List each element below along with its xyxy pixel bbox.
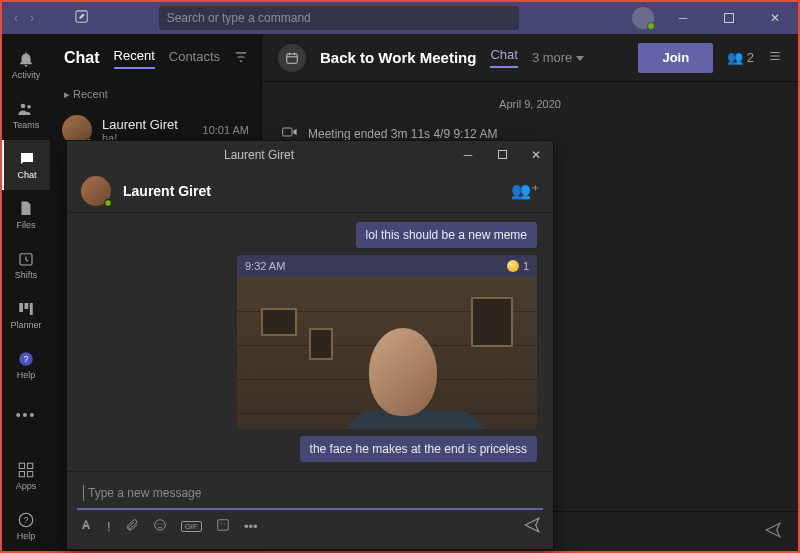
svg-point-24 bbox=[224, 523, 225, 524]
filter-icon[interactable] bbox=[234, 50, 248, 67]
svg-rect-17 bbox=[283, 128, 292, 136]
rail-help-bottom[interactable]: ? Help bbox=[2, 501, 50, 551]
media-message[interactable]: 9:32 AM 1 bbox=[237, 255, 537, 429]
send-icon[interactable] bbox=[523, 516, 541, 537]
more-icon[interactable]: ••• bbox=[244, 519, 258, 534]
urgent-icon[interactable]: ! bbox=[107, 519, 111, 534]
popout-title: Laurent Giret bbox=[67, 148, 451, 162]
sent-bubble[interactable]: the face he makes at the end is priceles… bbox=[300, 436, 537, 462]
group-recent[interactable]: ▸ Recent bbox=[50, 82, 261, 107]
video-icon bbox=[282, 126, 298, 141]
svg-rect-12 bbox=[19, 472, 24, 477]
svg-text:?: ? bbox=[23, 354, 28, 364]
svg-rect-10 bbox=[19, 463, 24, 468]
conversation-header: Back to Work Meeting Chat 3 more Join 👥 … bbox=[262, 34, 798, 82]
person-head bbox=[369, 328, 437, 416]
rail-apps[interactable]: Apps bbox=[2, 451, 50, 501]
chevron-down-icon bbox=[576, 56, 584, 61]
back-icon[interactable]: ‹ bbox=[14, 11, 18, 25]
rail-planner[interactable]: Planner bbox=[2, 290, 50, 340]
sticker-icon[interactable] bbox=[216, 518, 230, 535]
chat-list-header: Chat Recent Contacts bbox=[50, 34, 261, 82]
rail-activity[interactable]: Activity bbox=[2, 40, 50, 90]
rail-shifts[interactable]: Shifts bbox=[2, 240, 50, 290]
participants-icon[interactable]: 👥 2 bbox=[727, 50, 754, 65]
svg-rect-6 bbox=[25, 303, 29, 309]
popout-compose: Type a new message ! GIF ••• bbox=[67, 471, 553, 549]
rail-label: Chat bbox=[17, 170, 36, 180]
compose-icon[interactable] bbox=[62, 10, 102, 27]
caret bbox=[83, 485, 84, 501]
forward-icon[interactable]: › bbox=[30, 11, 34, 25]
chat-item-time: 10:01 AM bbox=[203, 124, 249, 136]
calendar-icon bbox=[278, 44, 306, 72]
rail-teams[interactable]: Teams bbox=[2, 90, 50, 140]
rail-label: Files bbox=[16, 220, 35, 230]
search-input[interactable]: Search or type a command bbox=[159, 6, 519, 30]
media-header: 9:32 AM 1 bbox=[237, 255, 537, 277]
date-divider: April 9, 2020 bbox=[282, 98, 778, 110]
tab-chat[interactable]: Chat bbox=[490, 47, 517, 68]
titlebar: ‹ › Search or type a command ─ ✕ bbox=[2, 2, 798, 34]
presence-dot bbox=[104, 199, 112, 207]
svg-rect-7 bbox=[30, 303, 33, 315]
conversation-title: Back to Work Meeting bbox=[320, 49, 476, 66]
rail-label: Activity bbox=[12, 70, 41, 80]
svg-rect-1 bbox=[724, 14, 733, 23]
app-rail: Activity Teams Chat Files Shifts Planner bbox=[2, 34, 50, 551]
svg-point-20 bbox=[157, 523, 158, 524]
media-thumbnail[interactable] bbox=[237, 277, 537, 429]
rail-label: Planner bbox=[10, 320, 41, 330]
avatar[interactable] bbox=[81, 176, 111, 206]
popout-header: Laurent Giret 👥⁺ bbox=[67, 169, 553, 213]
popout-chat-window: Laurent Giret ─ ✕ Laurent Giret 👥⁺ lol t… bbox=[66, 140, 554, 550]
people-add-icon[interactable]: 👥⁺ bbox=[511, 181, 539, 200]
minimize-button[interactable]: ─ bbox=[666, 2, 700, 34]
svg-point-21 bbox=[161, 523, 162, 524]
join-button[interactable]: Join bbox=[638, 43, 713, 73]
tab-more[interactable]: 3 more bbox=[532, 50, 584, 65]
svg-point-23 bbox=[221, 523, 222, 524]
svg-rect-11 bbox=[28, 463, 33, 468]
compose-toolbar: ! GIF ••• bbox=[77, 510, 543, 543]
format-icon[interactable] bbox=[79, 518, 93, 535]
send-icon[interactable] bbox=[764, 521, 782, 543]
svg-rect-13 bbox=[28, 472, 33, 477]
tab-contacts[interactable]: Contacts bbox=[169, 49, 220, 68]
svg-point-19 bbox=[154, 520, 165, 531]
svg-rect-5 bbox=[19, 303, 23, 312]
rail-label: Shifts bbox=[15, 270, 38, 280]
reaction[interactable]: 1 bbox=[507, 260, 529, 272]
search-placeholder: Search or type a command bbox=[167, 11, 311, 25]
compose-placeholder: Type a new message bbox=[88, 486, 201, 500]
gif-icon[interactable]: GIF bbox=[181, 521, 202, 532]
popout-name: Laurent Giret bbox=[123, 183, 211, 199]
titlebar-right: ─ ✕ bbox=[632, 2, 798, 34]
sent-bubble[interactable]: lol this should be a new meme bbox=[356, 222, 537, 248]
rail-label: Help bbox=[17, 370, 36, 380]
attach-icon[interactable] bbox=[125, 518, 139, 535]
maximize-button[interactable] bbox=[712, 2, 746, 34]
nav-buttons: ‹ › bbox=[2, 11, 62, 25]
rail-help[interactable]: ? Help bbox=[2, 340, 50, 390]
svg-point-2 bbox=[21, 104, 26, 109]
tab-recent[interactable]: Recent bbox=[114, 48, 155, 69]
close-button[interactable]: ✕ bbox=[758, 2, 792, 34]
popout-titlebar: Laurent Giret ─ ✕ bbox=[67, 141, 553, 169]
list-icon[interactable] bbox=[768, 49, 782, 66]
popout-maximize[interactable] bbox=[485, 148, 519, 162]
rail-files[interactable]: Files bbox=[2, 190, 50, 240]
chat-item-name: Laurent Giret bbox=[102, 117, 193, 132]
rail-more[interactable]: ••• bbox=[2, 390, 50, 440]
emoji-icon[interactable] bbox=[153, 518, 167, 535]
message-time: 9:32 AM bbox=[245, 260, 285, 272]
popout-close[interactable]: ✕ bbox=[519, 148, 553, 162]
svg-rect-16 bbox=[287, 53, 298, 62]
chat-title: Chat bbox=[64, 49, 100, 67]
popout-minimize[interactable]: ─ bbox=[451, 148, 485, 162]
rail-chat[interactable]: Chat bbox=[2, 140, 50, 190]
svg-text:?: ? bbox=[24, 516, 29, 525]
rail-label: Apps bbox=[16, 481, 37, 491]
avatar[interactable] bbox=[632, 7, 654, 29]
compose-input[interactable]: Type a new message bbox=[77, 478, 543, 510]
